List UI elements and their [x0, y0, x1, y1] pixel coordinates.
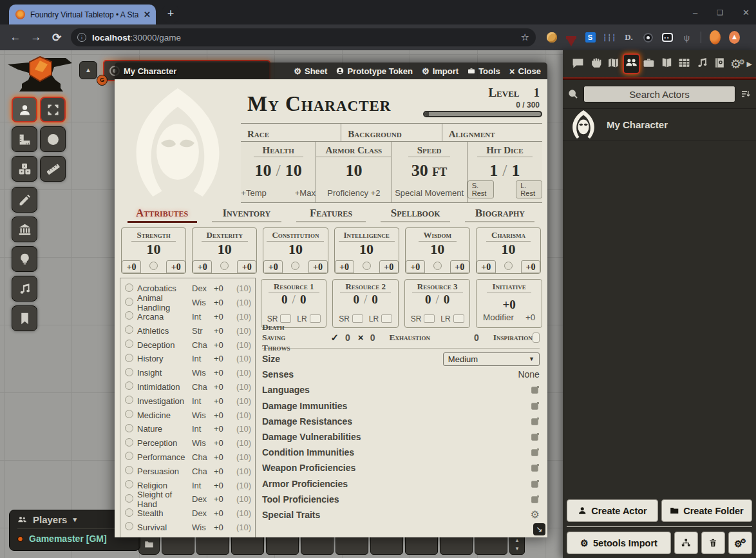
- edit-icon[interactable]: [531, 417, 540, 426]
- fork-icon[interactable]: ψ: [681, 32, 692, 43]
- tab-close-icon[interactable]: ✕: [144, 10, 151, 19]
- tab-compendium[interactable]: [711, 57, 728, 71]
- skill-prof-radio[interactable]: [125, 396, 133, 404]
- short-rest-button[interactable]: S. Rest: [468, 180, 495, 198]
- tab-spellbook[interactable]: Spellbook: [381, 207, 450, 222]
- skill-prof-radio[interactable]: [125, 424, 133, 432]
- tab-journal[interactable]: [658, 57, 676, 71]
- tab-biography[interactable]: Biography: [465, 207, 534, 222]
- lr-checkbox[interactable]: [310, 314, 321, 323]
- death-success-icon[interactable]: ✓: [330, 332, 339, 343]
- skill-row[interactable]: StealthDex+0(10): [125, 506, 251, 521]
- forward-icon[interactable]: →: [26, 31, 46, 44]
- skill-row[interactable]: PerceptionWis+0(10): [125, 436, 251, 450]
- edit-icon[interactable]: [531, 401, 540, 410]
- skill-prof-radio[interactable]: [125, 381, 133, 390]
- skill-prof-radio[interactable]: [125, 522, 133, 530]
- bank-tool-button[interactable]: [12, 216, 37, 242]
- ac-value[interactable]: 10: [345, 157, 362, 180]
- edit-icon[interactable]: [531, 495, 540, 504]
- window-resize-handle[interactable]: ↘: [533, 523, 545, 535]
- save-mod[interactable]: +0: [122, 260, 141, 273]
- ability-score[interactable]: 10: [359, 242, 373, 257]
- create-actor-button[interactable]: Create Actor: [567, 499, 658, 522]
- skill-prof-radio[interactable]: [125, 354, 133, 362]
- measure-tool-button[interactable]: [12, 126, 37, 152]
- death-fail-count[interactable]: 0: [370, 332, 375, 343]
- skill-prof-radio[interactable]: [125, 298, 133, 306]
- skill-prof-radio[interactable]: [125, 438, 133, 447]
- draw-tool-button[interactable]: [12, 187, 37, 213]
- skill-prof-radio[interactable]: [125, 410, 133, 418]
- xp-text[interactable]: 0 / 300: [417, 100, 542, 111]
- long-rest-button[interactable]: L. Rest: [516, 180, 542, 198]
- config-gear-icon[interactable]: ⚙: [531, 508, 540, 521]
- level-value[interactable]: 1: [534, 86, 540, 100]
- skill-prof-radio[interactable]: [125, 508, 133, 517]
- sr-checkbox[interactable]: [352, 314, 363, 323]
- alignment-field[interactable]: Alignment: [442, 124, 542, 141]
- skill-prof-radio[interactable]: [125, 494, 133, 503]
- sr-checkbox[interactable]: [424, 314, 435, 323]
- skill-row[interactable]: MedicineWis+0(10): [125, 408, 251, 422]
- ability-mod[interactable]: +0: [379, 260, 399, 273]
- skill-prof-radio[interactable]: [125, 466, 133, 474]
- special-movement-link[interactable]: Special Movement: [395, 188, 464, 202]
- actor-list-item[interactable]: My Character: [563, 108, 756, 140]
- initiative-value[interactable]: +0: [502, 293, 515, 312]
- session-icon[interactable]: S: [585, 32, 596, 43]
- info-icon[interactable]: i: [77, 33, 86, 42]
- window-header[interactable]: My Character ⚙Sheet Prototype Token ⚙Imp…: [115, 63, 547, 79]
- skill-row[interactable]: AthleticsStr+0(10): [125, 323, 251, 338]
- skill-prof-radio[interactable]: [125, 311, 133, 320]
- controls-collapse-button[interactable]: ▲: [79, 61, 97, 79]
- skill-row[interactable]: HistoryInt+0(10): [125, 352, 251, 366]
- dice-tool-button[interactable]: [12, 156, 37, 182]
- edit-icon[interactable]: [531, 448, 540, 457]
- edit-icon[interactable]: [531, 479, 540, 488]
- sort-icon[interactable]: [741, 89, 751, 99]
- skill-row[interactable]: PersuasionCha+0(10): [125, 464, 251, 478]
- skill-row[interactable]: ArcanaInt+0(10): [125, 310, 251, 324]
- prototype-token-button[interactable]: Prototype Token: [336, 66, 413, 76]
- 5etools-import-button[interactable]: ⚙ 5etools Import: [567, 532, 671, 554]
- resource-value[interactable]: 0/0: [281, 293, 306, 307]
- character-portrait[interactable]: [120, 83, 236, 202]
- save-mod[interactable]: +0: [193, 260, 212, 273]
- skill-row[interactable]: SurvivalWis+0(10): [125, 521, 251, 535]
- tab-chat[interactable]: [569, 57, 587, 71]
- back-icon[interactable]: ←: [5, 31, 26, 44]
- skill-prof-radio[interactable]: [125, 284, 133, 292]
- new-tab-button[interactable]: +: [162, 6, 179, 23]
- skill-prof-radio[interactable]: [125, 480, 133, 488]
- select-tool-button[interactable]: [40, 97, 66, 122]
- skill-prof-radio[interactable]: [125, 340, 133, 348]
- resource-value[interactable]: 0/0: [354, 293, 378, 307]
- light-tool-button[interactable]: [12, 246, 37, 272]
- tab-settings[interactable]: ⚙⚙: [729, 57, 746, 72]
- death-success-count[interactable]: 0: [345, 332, 350, 343]
- proficiency-radio[interactable]: [149, 262, 158, 270]
- proficiency-radio[interactable]: [433, 262, 442, 270]
- ability-mod[interactable]: +0: [450, 260, 469, 273]
- hp-temp[interactable]: +Temp: [241, 188, 266, 198]
- close-window-button[interactable]: ×Close: [509, 66, 541, 77]
- url-bar[interactable]: i localhost:30000/game ☆: [71, 28, 536, 46]
- import-button[interactable]: ⚙Import: [422, 66, 458, 76]
- save-mod[interactable]: +0: [263, 260, 283, 273]
- hierarchy-button[interactable]: [674, 532, 698, 554]
- profile-avatar[interactable]: [710, 32, 721, 43]
- star-icon[interactable]: ☆: [521, 32, 529, 43]
- tab-playlists[interactable]: [694, 57, 711, 71]
- tab-items[interactable]: [640, 57, 657, 71]
- background-field[interactable]: Background: [341, 124, 441, 141]
- save-mod[interactable]: +0: [406, 260, 425, 273]
- settings-button[interactable]: ⚙⚙: [728, 532, 752, 554]
- lr-checkbox[interactable]: [453, 314, 464, 323]
- tab-actors[interactable]: [623, 53, 640, 74]
- speed-value[interactable]: 30 ft: [411, 157, 448, 180]
- skill-row[interactable]: NatureInt+0(10): [125, 422, 251, 436]
- delete-button[interactable]: [701, 532, 725, 554]
- tab-inventory[interactable]: Inventory: [212, 207, 281, 222]
- sheet-config-button[interactable]: ⚙Sheet: [294, 66, 327, 76]
